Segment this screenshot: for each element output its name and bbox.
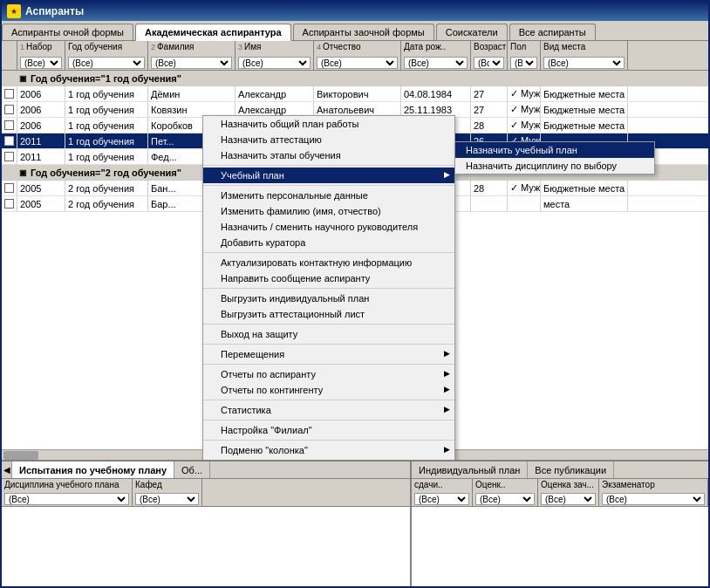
ctx-divider-8	[203, 400, 454, 400]
tab-all[interactable]: Все аспиранты	[509, 24, 596, 40]
app-icon: ★	[7, 4, 21, 18]
expand-icon-1[interactable]: ▣	[19, 74, 27, 83]
ctx-item-aktual[interactable]: Актуализировать контактную информацию	[203, 255, 454, 270]
bottom-tab-publik[interactable]: Все публикации	[528, 462, 614, 478]
ctx-divider-10	[203, 440, 454, 441]
cell-nabor: 2005	[17, 181, 65, 195]
ctx-item-podmkol[interactable]: Подменю "колонка"	[203, 442, 454, 458]
cell-god: 2 год обучения	[65, 181, 148, 195]
filter-god[interactable]: (Все)	[68, 57, 145, 69]
cell-god: 2 год обучения	[65, 196, 148, 211]
filter-fam[interactable]: (Все)	[151, 57, 232, 69]
cell-god: 1 год обучения	[65, 133, 148, 148]
ctx-item-podmvyb[interactable]: Подменю "выбранные"	[203, 458, 454, 460]
expand-icon-2[interactable]: ▣	[19, 168, 27, 177]
ctx-divider-7	[203, 364, 454, 365]
ctx-divider-5	[203, 324, 454, 325]
title-bar: ★ Аспиранты	[2, 2, 708, 21]
filter-nabor[interactable]: (Все)	[20, 57, 62, 69]
cell-data: 04.08.1984	[401, 86, 471, 101]
filter-sdachi[interactable]: (Все)	[414, 493, 469, 505]
row-checkbox[interactable]	[2, 86, 17, 101]
ctx-item-nauch[interactable]: Назначить / сменить научного руководител…	[203, 219, 454, 235]
ctx-item-vygratt[interactable]: Выгрузить аттестационный лист	[203, 306, 454, 322]
filter-imya[interactable]: (Все)	[238, 57, 311, 69]
cell-vid: места	[541, 196, 628, 211]
ctx-item-filial[interactable]: Настройка "Филиал"	[203, 422, 454, 438]
bottom-area: ◀ Испытания по учебному плану Об... Дисц…	[2, 460, 708, 586]
submenu-item-discipline[interactable]: Назначить дисциплину по выбору	[455, 158, 654, 174]
ctx-item-otchasp[interactable]: Отчеты по аспиранту	[203, 366, 454, 382]
ctx-divider-4	[203, 288, 454, 289]
tab-soisk[interactable]: Соискатели	[436, 24, 508, 40]
bottom-col-discip: Дисциплина учебного плана (Все)	[2, 479, 133, 506]
cell-nabor: 2006	[17, 118, 65, 133]
ctx-item-stat[interactable]: Статистика	[203, 402, 454, 418]
bottom-left-nav-left[interactable]: ◀	[2, 462, 12, 478]
cell-pol: ✓ Муж.	[508, 181, 541, 195]
col-header-data: Дата рож.. (Все)	[401, 41, 471, 70]
group-header-1: ▣ Год обучения="1 год обучения"	[2, 71, 708, 86]
cell-vozr	[471, 196, 508, 211]
cell-god: 1 год обучения	[65, 102, 148, 117]
bottom-tab-ob[interactable]: Об...	[174, 462, 210, 478]
tab-zaochno[interactable]: Аспиранты заочной формы	[293, 24, 434, 40]
ctx-divider-3	[203, 252, 454, 253]
filter-ocenk[interactable]: (Все)	[475, 493, 535, 505]
row-checkbox[interactable]	[2, 196, 17, 211]
filter-vid[interactable]: (Все)	[543, 57, 625, 69]
main-grid-area: 1Набор (Все) Год обучения (Все) 2Фамилия…	[2, 41, 708, 460]
filter-ekzam[interactable]: (Все)	[602, 493, 705, 505]
cell-nabor: 2011	[17, 133, 65, 148]
row-checkbox[interactable]	[2, 118, 17, 133]
ctx-item-famimya[interactable]: Изменить фамилию (имя, отчество)	[203, 203, 454, 219]
row-checkbox[interactable]	[2, 102, 17, 117]
bottom-col-sdachi: сдачи.. (Все)	[412, 479, 473, 506]
ctx-item-etapy[interactable]: Назначить этапы обучения	[203, 147, 454, 163]
bottom-right-grid-header: сдачи.. (Все) Оценк.. (Все) Оценка зач..…	[412, 479, 708, 507]
ctx-item-attest[interactable]: Назначить аттестацию	[203, 132, 454, 147]
cell-vid: Бюджетные места	[541, 118, 628, 133]
cell-god: 1 год обучения	[65, 86, 148, 101]
row-checkbox[interactable]	[2, 149, 17, 164]
cell-vid: Бюджетные места	[541, 86, 628, 101]
cell-otch: Викторович	[314, 86, 401, 101]
ctx-divider-6	[203, 344, 454, 345]
row-checkbox[interactable]	[2, 181, 17, 195]
filter-ocenzach[interactable]: (Все)	[541, 493, 596, 505]
ctx-divider-2	[203, 185, 454, 186]
row-checkbox[interactable]	[2, 133, 17, 148]
cell-vozr: 28	[471, 181, 508, 195]
bottom-tab-ispyt[interactable]: Испытания по учебному плану	[12, 462, 174, 478]
filter-otch[interactable]: (Все)	[317, 57, 398, 69]
cell-god: 1 год обучения	[65, 149, 148, 164]
bottom-tab-indplan[interactable]: Индивидуальный план	[412, 462, 528, 478]
filter-discip[interactable]: (Все)	[4, 493, 129, 505]
ctx-item-uchplan[interactable]: Учебный план	[203, 168, 454, 183]
ctx-item-personal[interactable]: Изменить персональные данные	[203, 188, 454, 203]
ctx-item-otchkont[interactable]: Отчеты по контингенту	[203, 382, 454, 398]
cell-vozr: 27	[471, 102, 508, 117]
filter-vozr[interactable]: (Все)	[474, 57, 504, 69]
cell-vid: Бюджетные места	[541, 181, 628, 195]
ctx-divider-1	[203, 165, 454, 166]
ctx-item-plan[interactable]: Назначить общий план работы	[203, 116, 454, 132]
cell-pol	[508, 196, 541, 211]
filter-kafed[interactable]: (Все)	[135, 493, 199, 505]
submenu-item-assign[interactable]: Назначить учебный план	[455, 142, 654, 158]
col-header-vozr: Возраст (Все)	[471, 41, 508, 70]
ctx-item-vykhod[interactable]: Выход на защиту	[203, 326, 454, 342]
bottom-left-grid-header: Дисциплина учебного плана (Все) Кафед (В…	[2, 479, 410, 507]
ctx-item-perem[interactable]: Перемещения	[203, 346, 454, 362]
ctx-item-vygrind[interactable]: Выгрузить индивидуальный план	[203, 291, 454, 306]
app-window: ★ Аспиранты Аспиранты очной формы Академ…	[0, 0, 710, 588]
ctx-item-kurat[interactable]: Добавить куратора	[203, 235, 454, 250]
cell-pol: ✓ Муж.	[508, 86, 541, 101]
tab-ochno[interactable]: Аспиранты очной формы	[2, 24, 133, 40]
tab-akadem[interactable]: Академическая аспирантура	[135, 24, 291, 41]
filter-data[interactable]: (Все)	[404, 57, 468, 69]
filter-pol[interactable]: (Все)	[510, 57, 537, 69]
col-header-god: Год обучения (Все)	[65, 41, 148, 70]
table-row[interactable]: 2006 1 год обучения Дёмин Александр Викт…	[2, 86, 708, 102]
ctx-item-soob[interactable]: Направить сообщение аспиранту	[203, 270, 454, 286]
